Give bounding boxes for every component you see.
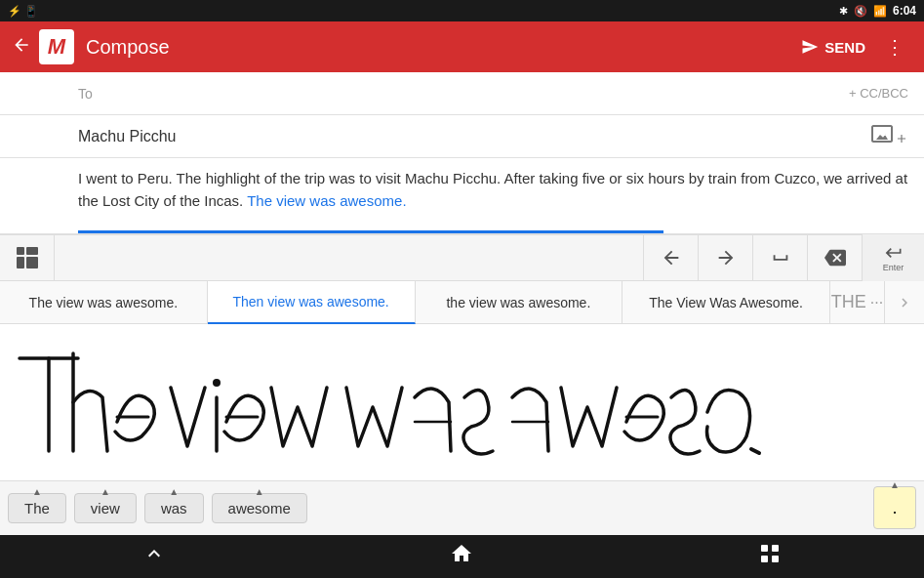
wifi-icon: 📶 [873,5,887,18]
svg-rect-0 [17,247,24,255]
body-main-text: I went to Peru. The highlight of the tri… [78,170,907,209]
hw-delete-button[interactable] [807,234,862,281]
subject-row: Machu Picchu [0,115,924,158]
svg-rect-3 [26,257,38,268]
svg-rect-7 [761,556,768,562]
status-bar: ⚡ 📱 ✱ 🔇 📶 6:04 [0,0,924,21]
word-arrow-was: ▲ [169,486,179,497]
more-options-button[interactable]: ⋮ [877,27,912,66]
ellipsis-icon: ··· [870,294,883,311]
hw-toolbar: Enter [0,234,924,281]
svg-rect-8 [772,556,779,562]
hw-svg [0,324,781,480]
hw-content-area[interactable]: › [0,324,924,480]
cc-bcc-button[interactable]: + CC/BCC [849,86,908,101]
gmail-logo: M [39,29,74,64]
nav-back-button[interactable] [142,542,166,571]
hw-space-button[interactable] [752,234,807,281]
screen: ⚡ 📱 ✱ 🔇 📶 6:04 M Compose SEND ⋮ To + CC/… [0,0,924,578]
app-title: Compose [86,36,789,59]
nav-home-button[interactable] [450,542,473,571]
selection-underline [78,230,663,233]
status-time: 6:04 [893,4,916,18]
word-candidates-row: ▲ The ▲ view ▲ was ▲ awesome ▲ . [0,480,924,535]
highlighted-text: The view was awesome. [247,192,406,209]
hw-back-button[interactable] [643,234,698,281]
bluetooth-icon: ✱ [839,5,848,18]
body-text: I went to Peru. The highlight of the tri… [78,170,907,209]
suggestion-2[interactable]: the view was awesome. [416,281,623,324]
mute-icon: 🔇 [854,5,867,18]
word-candidate-was[interactable]: ▲ was [144,493,204,523]
svg-rect-5 [761,545,768,552]
back-button[interactable] [12,35,31,60]
android-icons: ⚡ 📱 [8,5,38,18]
svg-rect-1 [26,247,38,255]
nav-bar [0,535,924,578]
hw-canvas[interactable] [0,324,781,480]
enter-label: Enter [883,263,904,272]
status-bar-left: ⚡ 📱 [8,5,38,18]
more-icon: ⋮ [885,36,904,58]
word-arrow-the: ▲ [32,486,42,497]
svg-rect-2 [17,257,24,268]
to-row: To + CC/BCC [0,72,924,115]
suggestion-1[interactable]: Then view was awesome. [208,281,416,324]
svg-point-4 [213,379,221,387]
period-button[interactable]: ▲ . [873,486,916,529]
attach-image-button[interactable] [870,122,908,150]
status-bar-right: ✱ 🔇 📶 6:04 [839,4,916,18]
nav-recent-button[interactable] [758,542,782,571]
hw-grid-button[interactable] [0,234,55,281]
word-arrow-awesome: ▲ [255,486,264,497]
period-arrow: ▲ [890,479,900,490]
gmail-letter: M [48,34,65,60]
app-bar: M Compose SEND ⋮ [0,21,924,72]
compose-area: To + CC/BCC Machu Picchu I went to Peru.… [0,72,924,234]
word-arrow-view: ▲ [100,486,110,497]
body-area[interactable]: I went to Peru. The highlight of the tri… [0,158,924,227]
send-button[interactable]: SEND [789,32,877,62]
hw-enter-button[interactable]: Enter [862,234,924,281]
word-candidate-awesome[interactable]: ▲ awesome [212,493,307,523]
to-label: To [78,86,849,102]
suggestion-more-button[interactable]: THE ··· [830,281,885,324]
svg-rect-6 [772,545,779,552]
word-candidate-the[interactable]: ▲ The [8,493,66,523]
word-candidate-view[interactable]: ▲ view [74,493,137,523]
suggestions-row: The view was awesome. Then view was awes… [0,281,924,324]
period-label: . [892,498,897,518]
subject-field[interactable]: Machu Picchu [78,128,870,145]
suggestions-chevron-button[interactable] [885,281,924,324]
suggestion-0[interactable]: The view was awesome. [0,281,208,324]
send-label: SEND [824,39,865,56]
hw-forward-button[interactable] [698,234,752,281]
suggestion-3[interactable]: The View Was Awesome. [623,281,830,324]
